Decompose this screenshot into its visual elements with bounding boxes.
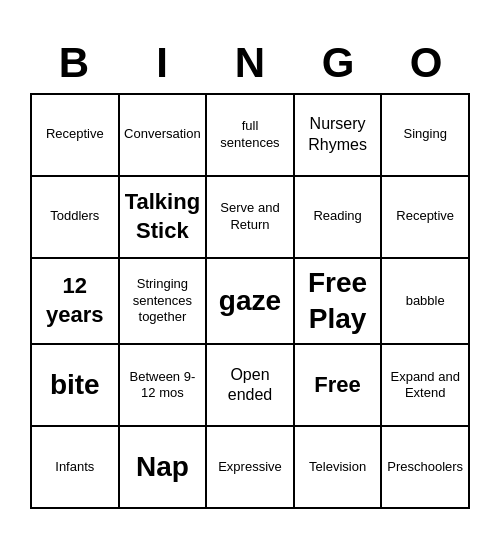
bingo-cell: Between 9-12 mos [120, 345, 208, 427]
header-letter: I [118, 35, 206, 91]
bingo-cell: Nap [120, 427, 208, 509]
header-letter: O [382, 35, 470, 91]
bingo-cell: Reading [295, 177, 383, 259]
bingo-cell: Talking Stick [120, 177, 208, 259]
bingo-cell: Free [295, 345, 383, 427]
bingo-cell: Stringing sentences together [120, 259, 208, 346]
bingo-card: BINGO ReceptiveConversationfull sentence… [20, 25, 480, 520]
bingo-grid: ReceptiveConversationfull sentencesNurse… [30, 93, 470, 510]
bingo-cell: Expressive [207, 427, 295, 509]
bingo-cell: Infants [32, 427, 120, 509]
bingo-cell: full sentences [207, 95, 295, 177]
bingo-cell: bite [32, 345, 120, 427]
bingo-cell: Serve and Return [207, 177, 295, 259]
header-letter: N [206, 35, 294, 91]
bingo-header: BINGO [30, 35, 470, 91]
bingo-cell: babble [382, 259, 470, 346]
header-letter: B [30, 35, 118, 91]
bingo-cell: Receptive [382, 177, 470, 259]
bingo-cell: Expand and Extend [382, 345, 470, 427]
bingo-cell: Preschoolers [382, 427, 470, 509]
bingo-cell: Television [295, 427, 383, 509]
bingo-cell: Conversation [120, 95, 208, 177]
bingo-cell: Receptive [32, 95, 120, 177]
bingo-cell: 12 years [32, 259, 120, 346]
bingo-cell: Free Play [295, 259, 383, 346]
bingo-cell: Nursery Rhymes [295, 95, 383, 177]
header-letter: G [294, 35, 382, 91]
bingo-cell: Open ended [207, 345, 295, 427]
bingo-cell: gaze [207, 259, 295, 346]
bingo-cell: Toddlers [32, 177, 120, 259]
bingo-cell: Singing [382, 95, 470, 177]
